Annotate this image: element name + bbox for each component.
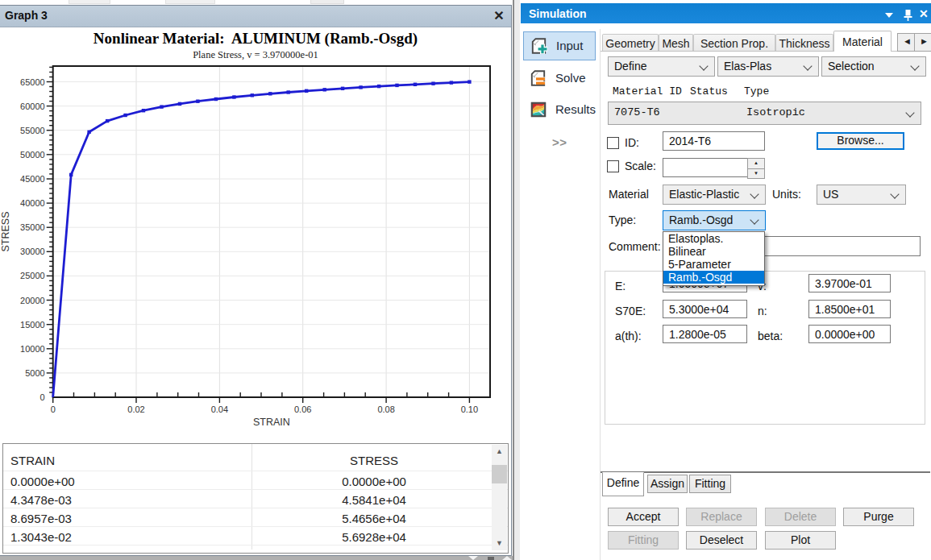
svg-text:65000: 65000	[20, 77, 45, 87]
svg-text:0: 0	[51, 404, 56, 414]
svg-text:10000: 10000	[20, 344, 45, 354]
svg-text:Plane Stress, v = 3.970000e-01: Plane Stress, v = 3.970000e-01	[193, 49, 318, 60]
svg-text:35000: 35000	[20, 222, 45, 232]
svg-text:STRESS: STRESS	[1, 211, 11, 251]
svg-text:55000: 55000	[20, 126, 45, 135]
svg-text:30000: 30000	[20, 247, 45, 256]
svg-text:Nonlinear Material: ALUMINUM: Nonlinear Material: ALUMINUM (Ramb.-Osgd…	[94, 30, 418, 48]
svg-text:45000: 45000	[20, 174, 45, 184]
svg-text:40000: 40000	[20, 198, 45, 208]
svg-text:50000: 50000	[20, 150, 45, 160]
svg-text:0.08: 0.08	[377, 404, 394, 414]
svg-text:0: 0	[40, 392, 45, 402]
svg-text:60000: 60000	[20, 102, 45, 111]
svg-text:0.04: 0.04	[211, 404, 228, 414]
svg-text:25000: 25000	[20, 271, 45, 280]
svg-text:20000: 20000	[20, 296, 45, 305]
svg-text:0.10: 0.10	[461, 404, 478, 414]
svg-text:5000: 5000	[25, 368, 44, 378]
svg-text:STRAIN: STRAIN	[253, 417, 290, 428]
svg-text:0.06: 0.06	[294, 404, 311, 414]
svg-text:15000: 15000	[20, 320, 45, 330]
svg-text:0.02: 0.02	[127, 404, 144, 414]
